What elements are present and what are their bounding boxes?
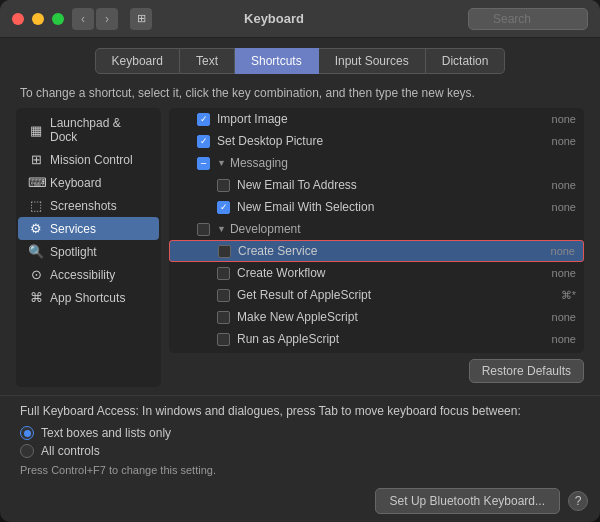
- item-label-new-email-sel: New Email With Selection: [237, 200, 552, 214]
- item-label-new-email: New Email To Address: [237, 178, 552, 192]
- tab-keyboard[interactable]: Keyboard: [95, 48, 180, 74]
- tab-bar: Keyboard Text Shortcuts Input Sources Di…: [0, 38, 600, 74]
- list-item[interactable]: Get Result of AppleScript ⌘*: [169, 284, 584, 306]
- section-development[interactable]: ▼ Development: [169, 218, 584, 240]
- sidebar-item-keyboard[interactable]: ⌨ Keyboard: [18, 171, 159, 194]
- sidebar-item-screenshots[interactable]: ⬚ Screenshots: [18, 194, 159, 217]
- sidebar-label-mission-control: Mission Control: [50, 153, 133, 167]
- item-label-create-workflow: Create Workflow: [237, 266, 552, 280]
- key-create-service: none: [551, 245, 575, 257]
- keyboard-window: ‹ › ⊞ Keyboard 🔍 Keyboard Text Shortcuts…: [0, 0, 600, 522]
- sidebar-item-accessibility[interactable]: ⊙ Accessibility: [18, 263, 159, 286]
- triangle-messaging: ▼: [217, 158, 226, 168]
- checkbox-messaging[interactable]: [197, 157, 210, 170]
- key-new-email-sel: none: [552, 201, 576, 213]
- right-panel: Import Image none Set Desktop Picture no…: [169, 108, 584, 387]
- mission-control-icon: ⊞: [28, 152, 44, 167]
- checkbox-run-as[interactable]: [217, 333, 230, 346]
- help-button[interactable]: ?: [568, 491, 588, 511]
- item-label-run-as: Run as AppleScript: [237, 332, 552, 346]
- list-item[interactable]: New Email With Selection none: [169, 196, 584, 218]
- tab-text[interactable]: Text: [180, 48, 235, 74]
- description-text: To change a shortcut, select it, click t…: [0, 74, 600, 108]
- sidebar-label-spotlight: Spotlight: [50, 245, 97, 259]
- main-content: ▦ Launchpad & Dock ⊞ Mission Control ⌨ K…: [0, 108, 600, 395]
- checkbox-create-workflow[interactable]: [217, 267, 230, 280]
- ctrl-note: Press Control+F7 to change this setting.: [20, 464, 580, 476]
- checkbox-import-image[interactable]: [197, 113, 210, 126]
- shortcuts-list: Import Image none Set Desktop Picture no…: [169, 108, 584, 353]
- search-wrapper: 🔍: [468, 8, 588, 30]
- services-icon: ⚙: [28, 221, 44, 236]
- key-new-email: none: [552, 179, 576, 191]
- maximize-button[interactable]: [52, 13, 64, 25]
- key-run-as: none: [552, 333, 576, 345]
- list-item[interactable]: Run as AppleScript none: [169, 328, 584, 350]
- item-label-set-desktop: Set Desktop Picture: [217, 134, 552, 148]
- window-title: Keyboard: [80, 11, 468, 26]
- section-messaging[interactable]: ▼ Messaging: [169, 152, 584, 174]
- radio-dot-all-controls[interactable]: [20, 444, 34, 458]
- spotlight-icon: 🔍: [28, 244, 44, 259]
- section-label-messaging: Messaging: [230, 156, 576, 170]
- list-item[interactable]: Create Workflow none: [169, 262, 584, 284]
- checkbox-make-new[interactable]: [217, 311, 230, 324]
- bottom-section: Full Keyboard Access: In windows and dia…: [0, 395, 600, 482]
- key-import-image: none: [552, 113, 576, 125]
- list-item[interactable]: Import Image none: [169, 108, 584, 130]
- checkbox-development[interactable]: [197, 223, 210, 236]
- list-item[interactable]: New Email To Address none: [169, 174, 584, 196]
- checkbox-set-desktop[interactable]: [197, 135, 210, 148]
- key-create-workflow: none: [552, 267, 576, 279]
- bluetooth-keyboard-button[interactable]: Set Up Bluetooth Keyboard...: [375, 488, 560, 514]
- section-label-development: Development: [230, 222, 576, 236]
- keyboard-icon: ⌨: [28, 175, 44, 190]
- tab-dictation[interactable]: Dictation: [426, 48, 506, 74]
- sidebar-item-launchpad[interactable]: ▦ Launchpad & Dock: [18, 112, 159, 148]
- checkbox-create-service[interactable]: [218, 245, 231, 258]
- key-get-result: ⌘*: [561, 289, 576, 302]
- sidebar-item-spotlight[interactable]: 🔍 Spotlight: [18, 240, 159, 263]
- sidebar-item-services[interactable]: ⚙ Services: [18, 217, 159, 240]
- radio-dot-text-boxes[interactable]: [20, 426, 34, 440]
- tab-input-sources[interactable]: Input Sources: [319, 48, 426, 74]
- screenshots-icon: ⬚: [28, 198, 44, 213]
- key-set-desktop: none: [552, 135, 576, 147]
- radio-label-text-boxes: Text boxes and lists only: [41, 426, 171, 440]
- restore-area: Restore Defaults: [169, 353, 584, 387]
- restore-defaults-button[interactable]: Restore Defaults: [469, 359, 584, 383]
- item-label-import-image: Import Image: [217, 112, 552, 126]
- traffic-lights: [12, 13, 64, 25]
- launchpad-icon: ▦: [28, 123, 44, 138]
- search-input[interactable]: [468, 8, 588, 30]
- key-make-new: none: [552, 311, 576, 323]
- titlebar: ‹ › ⊞ Keyboard 🔍: [0, 0, 600, 38]
- radio-text-boxes[interactable]: Text boxes and lists only: [20, 426, 580, 440]
- list-item[interactable]: Make New AppleScript none: [169, 306, 584, 328]
- tab-shortcuts[interactable]: Shortcuts: [235, 48, 319, 74]
- sidebar: ▦ Launchpad & Dock ⊞ Mission Control ⌨ K…: [16, 108, 161, 387]
- accessibility-icon: ⊙: [28, 267, 44, 282]
- sidebar-label-screenshots: Screenshots: [50, 199, 117, 213]
- triangle-development: ▼: [217, 224, 226, 234]
- sidebar-label-keyboard: Keyboard: [50, 176, 101, 190]
- item-label-make-new: Make New AppleScript: [237, 310, 552, 324]
- checkbox-get-result[interactable]: [217, 289, 230, 302]
- checkbox-new-email-sel[interactable]: [217, 201, 230, 214]
- minimize-button[interactable]: [32, 13, 44, 25]
- app-shortcuts-icon: ⌘: [28, 290, 44, 305]
- keyboard-access-text: Full Keyboard Access: In windows and dia…: [20, 404, 580, 418]
- sidebar-item-app-shortcuts[interactable]: ⌘ App Shortcuts: [18, 286, 159, 309]
- list-item-create-service[interactable]: Create Service none: [169, 240, 584, 262]
- sidebar-label-services: Services: [50, 222, 96, 236]
- footer: Set Up Bluetooth Keyboard... ?: [0, 482, 600, 522]
- radio-group: Text boxes and lists only All controls: [20, 426, 580, 458]
- checkbox-new-email[interactable]: [217, 179, 230, 192]
- close-button[interactable]: [12, 13, 24, 25]
- sidebar-item-mission-control[interactable]: ⊞ Mission Control: [18, 148, 159, 171]
- item-label-get-result: Get Result of AppleScript: [237, 288, 561, 302]
- radio-all-controls[interactable]: All controls: [20, 444, 580, 458]
- sidebar-label-app-shortcuts: App Shortcuts: [50, 291, 125, 305]
- list-item[interactable]: Set Desktop Picture none: [169, 130, 584, 152]
- item-label-create-service: Create Service: [238, 244, 551, 258]
